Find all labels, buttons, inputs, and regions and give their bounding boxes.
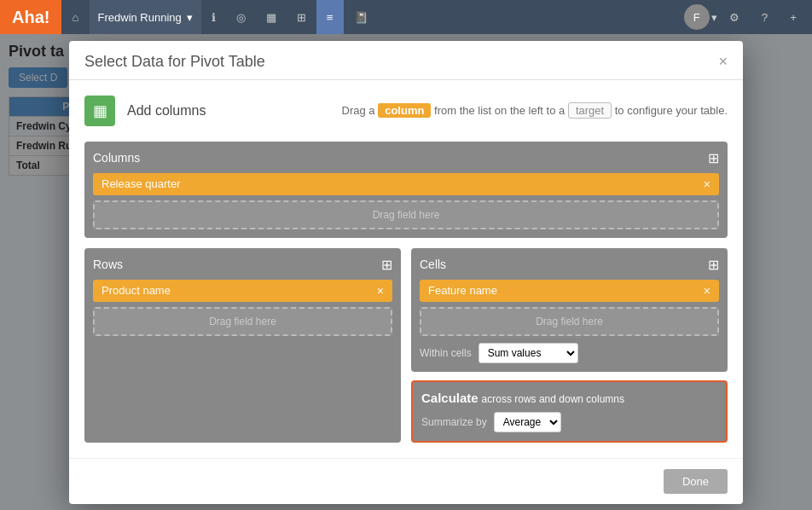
brand-logo[interactable]: Aha!	[0, 0, 61, 34]
columns-drag-placeholder: Drag field here	[93, 200, 719, 229]
drag-mid: from the list on the left to a	[434, 104, 565, 117]
modal: Select Data for Pivot Table × ▦ Add colu…	[69, 41, 743, 504]
product-name-remove-button[interactable]: ×	[377, 284, 384, 298]
rows-header: Rows ⊞	[93, 257, 392, 273]
summarize-select[interactable]: Average Sum Count	[494, 412, 561, 432]
help-icon: ?	[762, 11, 768, 24]
calendar-icon: ▦	[266, 11, 276, 24]
feature-name-tag: Feature name ×	[420, 280, 719, 302]
feature-name-label: Feature name	[428, 284, 497, 297]
column-tag: column	[378, 103, 431, 118]
within-cells-select[interactable]: Sum values Count values Average values	[478, 343, 578, 363]
project-dropdown[interactable]: Fredwin Running ▾	[90, 0, 201, 34]
drag-suffix: to configure your table.	[615, 104, 728, 117]
modal-footer: Done	[69, 458, 743, 504]
notebook-button[interactable]: 📓	[344, 0, 379, 34]
avatar-initial: F	[693, 11, 700, 24]
add-columns-row: ▦ Add columns Drag a column from the lis…	[84, 96, 728, 126]
within-cells-label: Within cells	[420, 347, 472, 359]
rows-grid-icon: ⊞	[381, 257, 392, 273]
modal-header: Select Data for Pivot Table ×	[69, 41, 743, 80]
avatar[interactable]: F	[684, 4, 710, 30]
cells-header: Cells ⊞	[420, 257, 719, 273]
project-name: Fredwin Running	[98, 11, 182, 24]
apps-icon: ⊞	[297, 11, 306, 24]
page-background: Pivot ta Select D Update Product nam Fre…	[0, 34, 812, 510]
columns-title: Columns	[93, 151, 140, 165]
rows-drag-placeholder: Drag field here	[93, 307, 392, 336]
product-name-label: Product name	[102, 284, 171, 297]
target-icon: ◎	[236, 11, 246, 24]
modal-body: ▦ Add columns Drag a column from the lis…	[69, 80, 743, 458]
within-cells-row: Within cells Sum values Count values Ave…	[420, 343, 719, 363]
modal-backdrop: Select Data for Pivot Table × ▦ Add colu…	[0, 34, 812, 510]
help-button[interactable]: ?	[751, 11, 778, 24]
navbar: Aha! ⌂ Fredwin Running ▾ ℹ ◎ ▦ ⊞ ≡ 📓 F ▾…	[0, 0, 812, 34]
calculate-title: Calculate	[421, 391, 478, 405]
summarize-row: Summarize by Average Sum Count	[421, 412, 717, 432]
grid-icon: ▦	[93, 101, 107, 120]
settings-icon: ⚙	[729, 11, 740, 24]
release-quarter-label: Release quarter	[102, 177, 181, 190]
feature-name-remove-button[interactable]: ×	[704, 284, 710, 298]
modal-title: Select Data for Pivot Table	[84, 53, 265, 71]
done-button[interactable]: Done	[664, 469, 728, 494]
apps-button[interactable]: ⊞	[287, 0, 316, 34]
plus-icon: +	[790, 11, 797, 24]
home-icon: ⌂	[72, 11, 78, 24]
home-button[interactable]: ⌂	[61, 0, 89, 34]
cells-drag-placeholder: Drag field here	[420, 307, 719, 336]
rows-section: Rows ⊞ Product name × Drag field here	[84, 248, 401, 443]
add-button[interactable]: +	[780, 11, 807, 24]
cells-grid-icon: ⊞	[708, 257, 719, 273]
modal-close-button[interactable]: ×	[718, 54, 728, 69]
add-columns-title: Add columns	[127, 103, 206, 119]
dropdown-arrow-icon: ▾	[187, 11, 193, 24]
product-name-tag: Product name ×	[93, 280, 392, 302]
calculate-section: Calculate across rows and down columns S…	[411, 380, 728, 443]
target-tag: target	[568, 102, 612, 119]
avatar-dropdown-icon: ▾	[711, 11, 717, 24]
info-icon: ℹ	[212, 11, 216, 24]
rows-title: Rows	[93, 258, 123, 271]
calculate-sub: across rows and down columns	[482, 393, 624, 405]
calculate-header: Calculate across rows and down columns	[421, 391, 717, 405]
columns-header: Columns ⊞	[93, 150, 719, 166]
doc-button[interactable]: ≡	[316, 0, 344, 34]
settings-button[interactable]: ⚙	[719, 11, 750, 24]
calendar-button[interactable]: ▦	[256, 0, 287, 34]
columns-grid-icon: ⊞	[708, 150, 719, 166]
lower-grid: Rows ⊞ Product name × Drag field here	[84, 248, 728, 443]
drag-prefix: Drag a	[342, 104, 375, 117]
info-button[interactable]: ℹ	[201, 0, 226, 34]
cells-section: Cells ⊞ Feature name × Drag field here W…	[411, 248, 728, 372]
summarize-label: Summarize by	[421, 416, 487, 428]
drag-instruction: Drag a column from the list on the left …	[342, 102, 728, 119]
columns-section: Columns ⊞ Release quarter × Drag field h…	[84, 142, 728, 238]
cells-column: Cells ⊞ Feature name × Drag field here W…	[411, 248, 728, 443]
target-button[interactable]: ◎	[226, 0, 256, 34]
release-quarter-remove-button[interactable]: ×	[704, 177, 710, 191]
add-columns-icon: ▦	[84, 96, 115, 126]
cells-title: Cells	[420, 258, 446, 271]
doc-icon: ≡	[327, 11, 334, 24]
release-quarter-tag: Release quarter ×	[93, 173, 719, 195]
notebook-icon: 📓	[354, 11, 368, 24]
